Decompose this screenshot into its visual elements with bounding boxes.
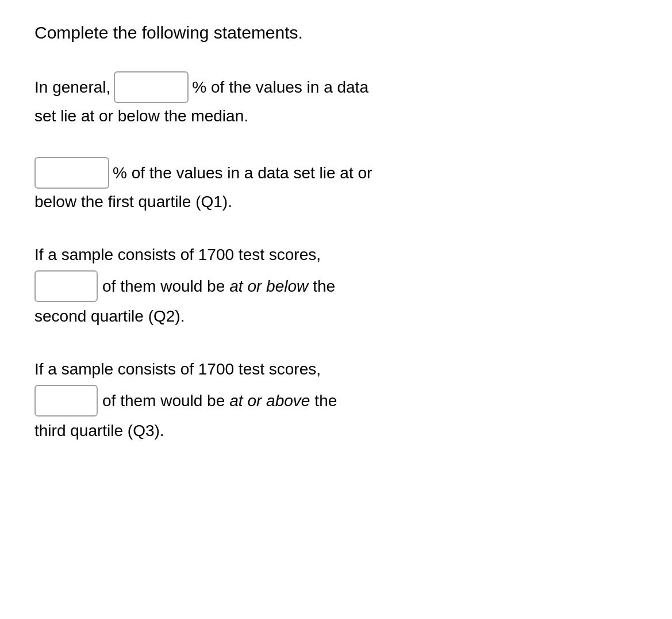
block4-line1: If a sample consists of 1700 test scores…	[34, 360, 321, 378]
block3-line1: If a sample consists of 1700 test scores…	[34, 246, 321, 263]
block4-line3: third quartile (Q3).	[34, 422, 164, 440]
block2-line2: below the first quartile (Q1).	[34, 193, 232, 211]
block3-input[interactable]	[34, 270, 98, 302]
block3-italic: at or below	[229, 274, 308, 299]
block1-input[interactable]	[114, 71, 189, 103]
block2-suffix: % of the values in a data set lie at or	[113, 161, 372, 185]
block4-suffix2: the	[314, 389, 337, 413]
block4-suffix: of them would be	[102, 389, 225, 413]
statement-block-2: % of the values in a data set lie at or …	[34, 157, 638, 214]
block2-input[interactable]	[34, 157, 109, 189]
page-title: Complete the following statements.	[34, 23, 638, 43]
block1-line2: set lie at or below the median.	[34, 107, 248, 125]
block3-suffix: of them would be	[102, 274, 225, 299]
statement-block-3: If a sample consists of 1700 test scores…	[34, 243, 638, 328]
block3-suffix2: the	[313, 274, 335, 299]
block4-input[interactable]	[34, 385, 98, 417]
block3-line3: second quartile (Q2).	[34, 307, 185, 325]
block4-italic: at or above	[229, 389, 310, 413]
statement-block-1: In general, % of the values in a data se…	[34, 71, 638, 128]
statement-block-4: If a sample consists of 1700 test scores…	[34, 357, 638, 443]
block1-prefix: In general,	[34, 75, 110, 100]
block1-suffix: % of the values in a data	[192, 75, 368, 100]
